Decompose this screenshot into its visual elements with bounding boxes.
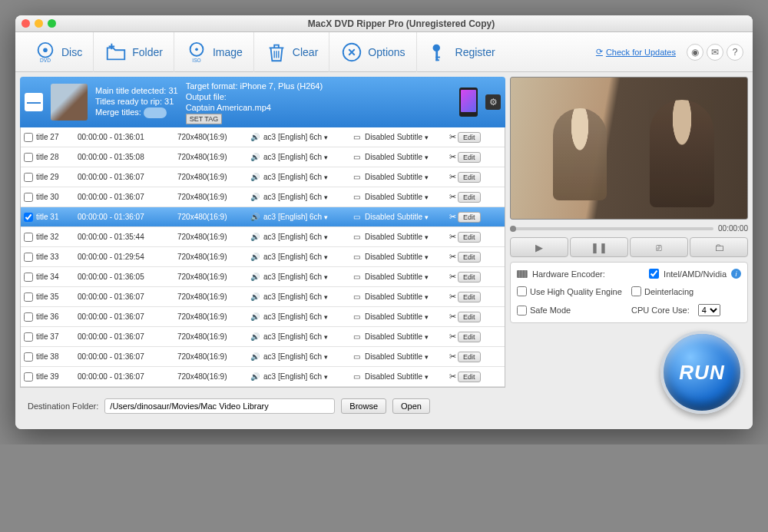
row-checkbox[interactable] — [24, 153, 33, 162]
table-row[interactable]: title 3400:00:00 - 01:36:05720x480(16:9)… — [21, 267, 505, 287]
track-list[interactable]: title 2700:00:00 - 01:36:01720x480(16:9)… — [20, 127, 505, 388]
table-row[interactable]: title 3600:00:00 - 01:36:07720x480(16:9)… — [21, 307, 505, 327]
audio-dropdown[interactable]: ac3 [English] 6ch ▾ — [263, 332, 348, 341]
settings-gear-icon[interactable]: ⚙ — [485, 94, 501, 110]
row-checkbox[interactable] — [24, 213, 33, 222]
subtitle-dropdown[interactable]: Disabled Subtitle ▾ — [365, 292, 446, 301]
table-row[interactable]: title 3700:00:00 - 01:36:07720x480(16:9)… — [21, 327, 505, 347]
table-row[interactable]: title 3300:00:00 - 01:29:54720x480(16:9)… — [21, 247, 505, 267]
row-checkbox[interactable] — [24, 233, 33, 242]
edit-button[interactable]: Edit — [458, 152, 481, 163]
zoom-icon[interactable] — [48, 19, 56, 28]
subtitle-dropdown[interactable]: Disabled Subtitle ▾ — [365, 133, 446, 141]
subtitle-dropdown[interactable]: Disabled Subtitle ▾ — [365, 332, 446, 341]
subtitle-dropdown[interactable]: Disabled Subtitle ▾ — [365, 312, 446, 321]
scissors-icon[interactable]: ✂ — [449, 232, 456, 242]
run-button[interactable]: RUN — [660, 331, 743, 414]
edit-button[interactable]: Edit — [458, 172, 481, 183]
edit-button[interactable]: Edit — [458, 132, 481, 143]
scissors-icon[interactable]: ✂ — [449, 212, 456, 222]
row-checkbox[interactable] — [24, 352, 33, 362]
disc-button[interactable]: DVD Disc — [23, 32, 94, 72]
scissors-icon[interactable]: ✂ — [449, 192, 456, 202]
clear-button[interactable]: Clear — [254, 32, 329, 72]
cpu-core-select[interactable]: 4 — [698, 304, 720, 316]
edit-button[interactable]: Edit — [458, 212, 481, 223]
open-button[interactable]: Open — [392, 398, 430, 414]
seek-bar[interactable] — [510, 227, 713, 230]
subtitle-dropdown[interactable]: Disabled Subtitle ▾ — [365, 352, 446, 361]
help-icon[interactable]: ? — [727, 44, 743, 61]
timeline[interactable]: 00:00:00 — [510, 224, 748, 233]
edit-button[interactable]: Edit — [458, 232, 481, 243]
scissors-icon[interactable]: ✂ — [449, 152, 456, 162]
edit-button[interactable]: Edit — [458, 272, 481, 283]
subtitle-dropdown[interactable]: Disabled Subtitle ▾ — [365, 193, 446, 201]
scissors-icon[interactable]: ✂ — [449, 172, 456, 182]
edit-button[interactable]: Edit — [458, 292, 481, 302]
scissors-icon[interactable]: ✂ — [449, 312, 456, 322]
folder-button[interactable]: Folder — [94, 32, 174, 72]
table-row[interactable]: title 3000:00:00 - 01:36:07720x480(16:9)… — [21, 187, 505, 207]
hw-encoder-checkbox[interactable] — [649, 269, 659, 279]
audio-dropdown[interactable]: ac3 [English] 6ch ▾ — [263, 213, 348, 221]
pause-button[interactable]: ❚❚ — [570, 237, 628, 257]
row-checkbox[interactable] — [24, 332, 33, 342]
subtitle-dropdown[interactable]: Disabled Subtitle ▾ — [365, 213, 446, 221]
safe-mode-checkbox[interactable] — [517, 306, 527, 316]
scissors-icon[interactable]: ✂ — [449, 132, 456, 142]
browse-button[interactable]: Browse — [341, 398, 386, 414]
open-folder-button[interactable]: 🗀 — [690, 237, 748, 257]
edit-button[interactable]: Edit — [458, 332, 481, 342]
row-checkbox[interactable] — [24, 372, 33, 382]
edit-button[interactable]: Edit — [458, 252, 481, 263]
collapse-button[interactable]: — — [25, 93, 43, 111]
info-icon[interactable]: i — [731, 269, 741, 279]
table-row[interactable]: title 2900:00:00 - 01:36:07720x480(16:9)… — [21, 167, 505, 187]
row-checkbox[interactable] — [24, 253, 33, 262]
check-updates-link[interactable]: ⟳ Check for Updates — [596, 47, 676, 57]
edit-button[interactable]: Edit — [458, 312, 481, 322]
scissors-icon[interactable]: ✂ — [449, 352, 456, 362]
subtitle-dropdown[interactable]: Disabled Subtitle ▾ — [365, 173, 446, 181]
subtitle-dropdown[interactable]: Disabled Subtitle ▾ — [365, 153, 446, 161]
row-checkbox[interactable] — [24, 133, 33, 142]
subtitle-dropdown[interactable]: Disabled Subtitle ▾ — [365, 372, 446, 381]
row-checkbox[interactable] — [24, 193, 33, 202]
scissors-icon[interactable]: ✂ — [449, 252, 456, 262]
scissors-icon[interactable]: ✂ — [449, 292, 456, 302]
row-checkbox[interactable] — [24, 273, 33, 282]
audio-dropdown[interactable]: ac3 [English] 6ch ▾ — [263, 133, 348, 141]
register-button[interactable]: Register — [417, 32, 506, 72]
audio-dropdown[interactable]: ac3 [English] 6ch ▾ — [263, 173, 348, 181]
audio-dropdown[interactable]: ac3 [English] 6ch ▾ — [263, 372, 348, 381]
row-checkbox[interactable] — [24, 312, 33, 322]
table-row[interactable]: title 3100:00:00 - 01:36:07720x480(16:9)… — [21, 207, 505, 227]
table-row[interactable]: title 3500:00:00 - 01:36:07720x480(16:9)… — [21, 287, 505, 307]
options-button[interactable]: Options — [329, 32, 416, 72]
audio-dropdown[interactable]: ac3 [English] 6ch ▾ — [263, 153, 348, 161]
subtitle-dropdown[interactable]: Disabled Subtitle ▾ — [365, 253, 446, 261]
row-checkbox[interactable] — [24, 173, 33, 182]
row-checkbox[interactable] — [24, 292, 33, 302]
table-row[interactable]: title 3800:00:00 - 01:36:07720x480(16:9)… — [21, 347, 505, 367]
merge-toggle[interactable] — [144, 107, 167, 118]
audio-dropdown[interactable]: ac3 [English] 6ch ▾ — [263, 273, 348, 281]
audio-dropdown[interactable]: ac3 [English] 6ch ▾ — [263, 253, 348, 261]
edit-button[interactable]: Edit — [458, 352, 481, 362]
edit-button[interactable]: Edit — [458, 192, 481, 203]
audio-dropdown[interactable]: ac3 [English] 6ch ▾ — [263, 292, 348, 301]
scissors-icon[interactable]: ✂ — [449, 272, 456, 282]
table-row[interactable]: title 2800:00:00 - 01:35:08720x480(16:9)… — [21, 147, 505, 167]
subtitle-dropdown[interactable]: Disabled Subtitle ▾ — [365, 273, 446, 281]
audio-dropdown[interactable]: ac3 [English] 6ch ▾ — [263, 193, 348, 201]
play-button[interactable]: ▶ — [510, 237, 568, 257]
snapshot-button[interactable]: ⎚ — [630, 237, 688, 257]
close-icon[interactable] — [22, 19, 30, 28]
account-icon[interactable]: ◉ — [687, 44, 703, 61]
table-row[interactable]: title 3900:00:00 - 01:36:07720x480(16:9)… — [21, 367, 505, 387]
audio-dropdown[interactable]: ac3 [English] 6ch ▾ — [263, 352, 348, 361]
scissors-icon[interactable]: ✂ — [449, 332, 456, 342]
minimize-icon[interactable] — [35, 19, 43, 28]
set-tag-button[interactable]: SET TAG — [186, 114, 223, 124]
